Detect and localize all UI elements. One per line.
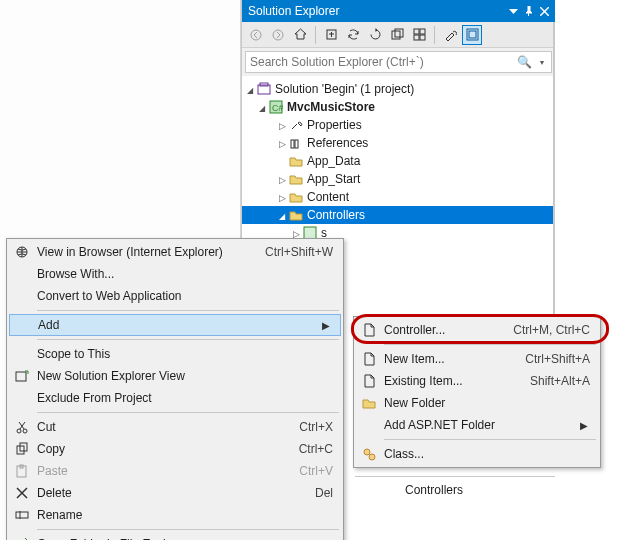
menu-item[interactable]: View in Browser (Internet Explorer)Ctrl+… — [9, 241, 341, 263]
solution-label: Solution 'Begin' (1 project) — [272, 82, 414, 96]
context-menu[interactable]: View in Browser (Internet Explorer)Ctrl+… — [6, 238, 344, 540]
show-all-button[interactable] — [409, 25, 429, 45]
menu-item-shortcut: Ctrl+Shift+A — [507, 352, 590, 366]
menu-item-shortcut: Ctrl+M, Ctrl+C — [495, 323, 590, 337]
solution-explorer-titlebar[interactable]: Solution Explorer — [242, 0, 555, 22]
expand-icon[interactable] — [276, 138, 288, 149]
collapse-all-button[interactable] — [387, 25, 407, 45]
svg-rect-4 — [395, 29, 403, 37]
menu-item[interactable]: Add ASP.NET Folder▶ — [356, 414, 598, 436]
menu-item[interactable]: New Item...Ctrl+Shift+A — [356, 348, 598, 370]
menu-item[interactable]: Existing Item...Shift+Alt+A — [356, 370, 598, 392]
expand-icon[interactable] — [244, 84, 256, 95]
svg-rect-19 — [16, 372, 26, 381]
tree-item[interactable]: Properties — [242, 116, 555, 134]
expand-icon[interactable] — [290, 228, 302, 239]
menu-item[interactable]: CutCtrl+X — [9, 416, 341, 438]
svg-point-20 — [17, 429, 21, 433]
menu-item-label: Browse With... — [35, 267, 333, 281]
submenu-arrow-icon: ▶ — [320, 320, 332, 331]
menu-item-label: Controller... — [382, 323, 495, 337]
menu-item-shortcut: Ctrl+X — [281, 420, 333, 434]
menu-item[interactable]: New Solution Explorer View — [9, 365, 341, 387]
expand-icon[interactable] — [276, 174, 288, 185]
menu-item[interactable]: Exclude From Project — [9, 387, 341, 409]
menu-item-label: Rename — [35, 508, 333, 522]
menu-item[interactable]: CopyCtrl+C — [9, 438, 341, 460]
refresh-button[interactable] — [365, 25, 385, 45]
solution-node[interactable]: Solution 'Begin' (1 project) — [242, 80, 555, 98]
expand-icon[interactable] — [256, 102, 268, 113]
tree-item[interactable]: References — [242, 134, 555, 152]
menu-item[interactable]: New Folder — [356, 392, 598, 414]
menu-separator — [384, 344, 596, 345]
search-icon[interactable]: 🔍 — [515, 55, 533, 69]
properties-body: Controllers — [355, 476, 555, 497]
svg-point-0 — [251, 30, 261, 40]
svg-rect-7 — [414, 35, 419, 40]
folder-icon — [288, 172, 304, 186]
class-icon — [356, 447, 382, 461]
back-button[interactable] — [246, 25, 266, 45]
menu-item[interactable]: DeleteDel — [9, 482, 341, 504]
folder-icon — [288, 154, 304, 168]
menu-separator — [37, 339, 339, 340]
folder-icon — [288, 190, 304, 204]
tree-item-label: Content — [304, 190, 349, 204]
menu-item[interactable]: Add▶ — [9, 314, 341, 336]
svg-point-21 — [23, 429, 27, 433]
tree-item-label: References — [304, 136, 368, 150]
dropdown-arrow-icon[interactable] — [509, 7, 518, 16]
menu-item-shortcut: Ctrl+V — [281, 464, 333, 478]
toolbar-separator — [434, 26, 435, 44]
search-input[interactable] — [246, 55, 515, 69]
expand-icon[interactable] — [276, 192, 288, 203]
svg-rect-6 — [420, 29, 425, 34]
solution-explorer-search[interactable]: 🔍 ▾ — [245, 51, 552, 73]
copy-icon — [9, 442, 35, 456]
menu-item-shortcut: Del — [297, 486, 333, 500]
home-button[interactable] — [290, 25, 310, 45]
cut-icon — [9, 420, 35, 434]
menu-item-label: Cut — [35, 420, 281, 434]
svg-rect-15 — [291, 140, 294, 148]
menu-item-label: View in Browser (Internet Explorer) — [35, 245, 247, 259]
menu-item-label: Paste — [35, 464, 281, 478]
file-icon — [356, 323, 382, 337]
add-submenu[interactable]: Controller...Ctrl+M, Ctrl+CNew Item...Ct… — [353, 316, 601, 468]
tree-item[interactable]: App_Start — [242, 170, 555, 188]
menu-item-label: Exclude From Project — [35, 391, 333, 405]
newview-icon — [9, 369, 35, 383]
folder-icon — [288, 208, 304, 222]
menu-item-shortcut: Ctrl+Shift+W — [247, 245, 333, 259]
menu-item[interactable]: Rename — [9, 504, 341, 526]
tree-item[interactable]: Content — [242, 188, 555, 206]
svg-rect-16 — [295, 140, 298, 148]
menu-item-label: Existing Item... — [382, 374, 512, 388]
menu-item[interactable]: Scope to This — [9, 343, 341, 365]
pin-icon[interactable] — [524, 6, 534, 16]
solution-tree[interactable]: Solution 'Begin' (1 project) C# MvcMusic… — [242, 76, 555, 242]
expand-icon[interactable] — [276, 210, 288, 221]
sync-button[interactable] — [343, 25, 363, 45]
browser-icon — [9, 245, 35, 259]
close-icon[interactable] — [540, 7, 549, 16]
menu-item[interactable]: Convert to Web Application — [9, 285, 341, 307]
search-dropdown-icon[interactable]: ▾ — [533, 58, 551, 67]
properties-button[interactable] — [440, 25, 460, 45]
tree-item[interactable]: App_Data — [242, 152, 555, 170]
project-node[interactable]: C# MvcMusicStore — [242, 98, 555, 116]
forward-button[interactable] — [268, 25, 288, 45]
pending-changes-button[interactable] — [321, 25, 341, 45]
menu-item[interactable]: Open Folder in File Explorer — [9, 533, 341, 540]
refs-icon — [288, 136, 304, 150]
preview-button[interactable] — [462, 25, 482, 45]
svg-rect-3 — [392, 31, 400, 39]
svg-rect-8 — [420, 35, 425, 40]
menu-item[interactable]: Controller...Ctrl+M, Ctrl+C — [356, 319, 598, 341]
menu-item[interactable]: Browse With... — [9, 263, 341, 285]
tree-item[interactable]: Controllers — [242, 206, 555, 224]
menu-item-shortcut: Ctrl+C — [281, 442, 333, 456]
expand-icon[interactable] — [276, 120, 288, 131]
menu-item[interactable]: Class... — [356, 443, 598, 465]
